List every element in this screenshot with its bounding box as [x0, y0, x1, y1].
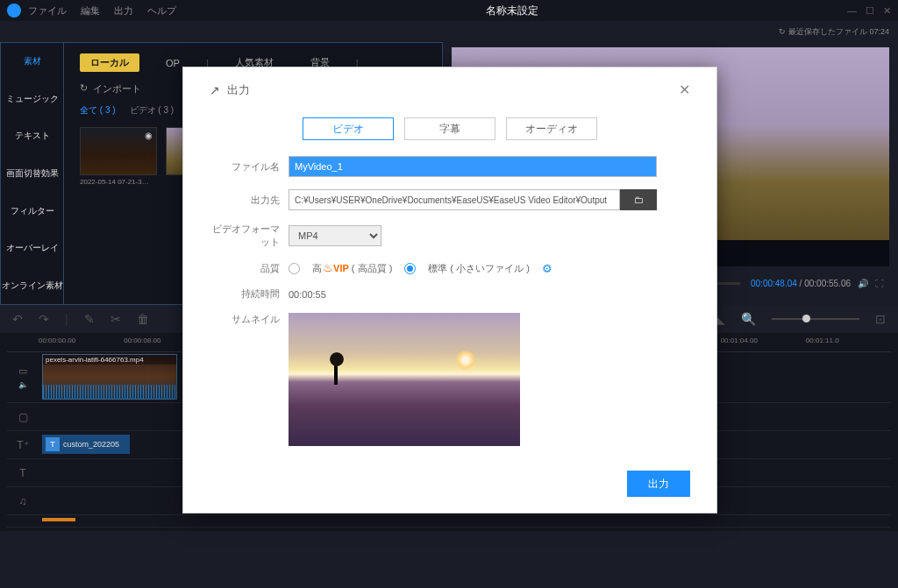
flame-icon: ♨: [323, 261, 333, 274]
menu-file[interactable]: ファイル: [28, 4, 67, 18]
sidebar-item-online[interactable]: オンライン素材: [1, 266, 63, 304]
label-format: ビデオフォーマット: [210, 223, 289, 249]
output-path-input[interactable]: [289, 189, 620, 210]
maximize-icon[interactable]: ☐: [866, 5, 874, 17]
sidebar-item-text[interactable]: テキスト: [1, 117, 63, 155]
format-select[interactable]: MP4: [289, 225, 381, 246]
video-clip-1[interactable]: pexels-arvin-latifi-6466763.mp4: [42, 354, 177, 400]
left-sidebar: 素材 ミュージック テキスト 画面切替効果 フィルター オーバーレイ オンライン…: [0, 42, 64, 305]
delete-icon[interactable]: 🗑: [137, 312, 149, 326]
timeline-zoom-slider[interactable]: [772, 318, 859, 320]
label-output-path: 出力先: [210, 194, 289, 207]
marker-bar[interactable]: [42, 518, 75, 521]
reload-icon[interactable]: ↻: [80, 82, 88, 96]
text-track-2-icon[interactable]: T: [19, 467, 25, 479]
gear-icon[interactable]: ⚙: [542, 262, 552, 275]
window-title: 名称未設定: [176, 4, 847, 18]
cut-icon[interactable]: ✂: [110, 312, 121, 326]
info-bar: 最近保存したファイル 07:24: [0, 21, 898, 42]
sidebar-item-overlay[interactable]: オーバーレイ: [1, 230, 63, 267]
label-quality: 品質: [210, 262, 289, 275]
media-thumb-1[interactable]: ◉ 2022-05-14 07-21-3…: [80, 127, 157, 186]
export-icon: ↗: [210, 83, 220, 97]
text-clip-1[interactable]: T custom_202205: [42, 435, 130, 454]
undo-icon[interactable]: ↶: [12, 312, 23, 326]
sidebar-item-filter[interactable]: フィルター: [1, 192, 63, 230]
redo-icon[interactable]: ↷: [39, 312, 49, 326]
close-button[interactable]: ✕: [679, 81, 690, 98]
tab-local[interactable]: ローカル: [80, 53, 139, 72]
audio-track-icon[interactable]: ♫: [19, 495, 27, 507]
filename-input[interactable]: [289, 156, 657, 177]
menu-help[interactable]: ヘルプ: [147, 4, 176, 18]
preview-time: 00:00:48.04 / 00:00:55.06: [751, 279, 851, 288]
export-dialog: ↗ 出力 ✕ ビデオ 字幕 オーディオ ファイル名 出力先 🗀 ビデオフォーマッ…: [182, 67, 717, 514]
export-button[interactable]: 出力: [627, 471, 690, 497]
thumb-1-label: 2022-05-14 07-21-3…: [80, 178, 157, 186]
tab-subtitle[interactable]: 字幕: [404, 117, 495, 140]
sidebar-item-media[interactable]: 素材: [1, 43, 63, 81]
tab-video[interactable]: ビデオ: [303, 117, 394, 140]
dialog-title: 出力: [227, 82, 250, 98]
filter-video[interactable]: ビデオ ( 3 ): [130, 104, 175, 117]
pip-track-icon[interactable]: ▢: [18, 411, 28, 423]
audio-waveform: [43, 385, 176, 399]
standard-quality-label: 標準 ( 小さいファイル ): [428, 262, 530, 275]
zoom-icon[interactable]: 🔍: [741, 312, 756, 326]
tab-audio[interactable]: オーディオ: [506, 117, 597, 140]
volume-icon[interactable]: 🔊: [858, 279, 868, 288]
mute-icon[interactable]: 🔈: [18, 380, 28, 389]
duration-value: 00:00:55: [289, 289, 326, 300]
label-duration: 持続時間: [210, 287, 289, 301]
filter-all[interactable]: 全て ( 3 ): [80, 104, 116, 117]
close-icon[interactable]: ✕: [883, 5, 891, 17]
minimize-icon[interactable]: —: [847, 5, 857, 17]
import-button[interactable]: インポート: [93, 82, 141, 96]
edit-icon[interactable]: ✎: [84, 312, 95, 326]
fit-icon[interactable]: ⊡: [875, 312, 886, 326]
marker-track: [7, 515, 891, 528]
text-icon: T: [46, 437, 60, 451]
radio-standard-quality[interactable]: [404, 263, 416, 274]
video-track-icon[interactable]: ▭: [18, 365, 27, 377]
folder-icon: 🗀: [634, 195, 644, 205]
browse-folder-button[interactable]: 🗀: [620, 189, 657, 210]
label-thumbnail: サムネイル: [210, 313, 289, 326]
menu-edit[interactable]: 編集: [81, 4, 100, 18]
app-logo: [7, 4, 21, 18]
camera-icon: ◉: [145, 131, 153, 140]
thumbnail-preview: [289, 313, 520, 446]
menu-export[interactable]: 出力: [114, 4, 133, 18]
sidebar-item-transition[interactable]: 画面切替効果: [1, 155, 63, 193]
window-controls: — ☐ ✕: [847, 5, 891, 17]
titlebar: ファイル 編集 出力 ヘルプ 名称未設定 — ☐ ✕: [0, 0, 898, 21]
last-saved-info: 最近保存したファイル 07:24: [779, 26, 889, 38]
main-menus: ファイル 編集 出力 ヘルプ: [28, 4, 176, 18]
label-filename: ファイル名: [210, 160, 289, 174]
fullscreen-icon[interactable]: ⛶: [875, 279, 884, 288]
text-track-icon[interactable]: T⁺: [17, 439, 28, 451]
radio-high-quality[interactable]: [289, 263, 300, 274]
sidebar-item-music[interactable]: ミュージック: [1, 81, 63, 118]
